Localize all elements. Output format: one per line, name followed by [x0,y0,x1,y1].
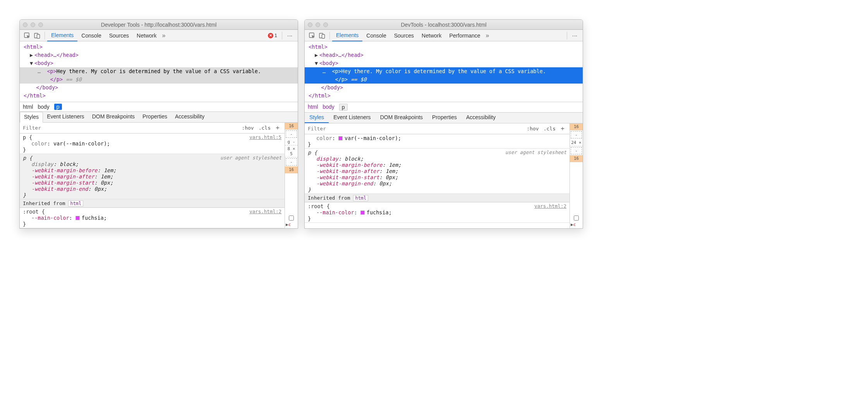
tab-network[interactable]: Network [418,30,445,41]
inspect-icon[interactable] [22,31,32,41]
dollar-zero: == $0 [348,76,367,82]
svg-rect-2 [37,34,40,38]
subtab-properties[interactable]: Properties [427,113,461,123]
rule-close: } [23,221,281,227]
crumb-body[interactable]: body [38,104,49,110]
subtab-dom-breakpoints[interactable]: DOM Breakpoints [376,113,427,123]
tab-sources[interactable]: Sources [105,30,133,41]
inherit-tag[interactable]: html [68,200,83,207]
rule-source[interactable]: vars.html:2 [249,209,281,215]
prop-name[interactable]: --main-color [31,215,69,221]
subtab-styles[interactable]: Styles [20,112,43,123]
crumb-html[interactable]: html [308,104,318,111]
filter-input[interactable] [23,125,239,131]
tab-performance[interactable]: Performance [445,30,484,41]
prop-name: -webkit-margin-before [316,162,383,168]
selected-node-row[interactable]: … <p>Hey there. My color is determined b… [20,67,298,84]
prop-name[interactable]: color [316,135,332,141]
dom-tree[interactable]: <html> ▶<head>…</head> ▼<body> … <p>Hey … [305,41,583,102]
expander-icon[interactable]: ▶ [315,51,319,59]
dom-html-close[interactable]: </html> [24,92,46,99]
subtab-accessibility[interactable]: Accessibility [171,112,208,122]
styles-pane: :hov .cls ＋ color: var(--main-color); } … [305,123,583,228]
style-rule[interactable]: color: var(--main-color); } [305,134,570,149]
new-rule-icon[interactable]: ＋ [558,125,567,133]
close-light[interactable] [308,22,312,27]
tabs-overflow[interactable]: » [484,32,491,39]
dom-head[interactable]: <head>…</head> [34,52,79,58]
crumb-p[interactable]: p [54,104,62,110]
filter-input[interactable] [308,126,524,132]
crumb-html[interactable]: html [23,104,33,110]
selected-node-row[interactable]: … <p>Hey there. My color is determined b… [305,67,583,84]
tab-sources[interactable]: Sources [390,30,418,41]
prop-value[interactable]: var(--main-color); [53,140,110,147]
subtab-styles[interactable]: Styles [305,113,329,123]
color-swatch-icon[interactable] [338,136,343,140]
subtab-event-listeners[interactable]: Event Listeners [43,112,88,122]
sidebar-checkbox[interactable] [289,216,294,221]
prop-value: 0px; [379,180,392,186]
min-light[interactable] [316,22,320,27]
device-toggle-icon[interactable] [317,31,327,41]
tab-console[interactable]: Console [77,30,105,41]
tab-network[interactable]: Network [133,30,160,41]
crumb-p[interactable]: p [339,104,348,111]
prop-name[interactable]: color [31,140,47,147]
dom-html-close[interactable]: </html> [309,92,331,99]
error-count[interactable]: ✕ 1 [268,33,277,38]
rule-source[interactable]: vars.html:2 [534,203,566,209]
subtab-accessibility[interactable]: Accessibility [461,113,500,123]
dom-html-open[interactable]: <html> [24,44,43,50]
rule-source[interactable]: vars.html:5 [249,134,281,140]
expander-icon[interactable]: ▼ [315,59,319,67]
dom-body-close[interactable]: </body> [36,84,58,91]
cls-toggle[interactable]: .cls [256,125,273,131]
inherit-tag[interactable]: html [353,195,368,201]
style-rule[interactable]: p {vars.html:5 color: var(--main-color);… [20,133,285,154]
kebab-menu-icon[interactable]: ⋮ [285,33,295,38]
prop-name[interactable]: --main-color [316,209,354,216]
subtab-dom-breakpoints[interactable]: DOM Breakpoints [88,112,139,122]
tab-console[interactable]: Console [362,30,390,41]
dom-tree[interactable]: <html> ▶<head>…</head> ▼<body> … <p>Hey … [20,41,298,102]
prop-value[interactable]: fuchsia; [82,215,107,221]
style-rule[interactable]: :root {vars.html:2 --main-color: fuchsia… [20,208,285,228]
expander-icon[interactable]: ▶ [30,51,34,59]
max-light[interactable] [38,22,43,27]
hov-toggle[interactable]: :hov [239,125,256,131]
expander-icon[interactable]: ▶ [286,222,288,227]
expander-icon[interactable]: ▶ [571,222,573,227]
color-swatch-icon[interactable] [360,210,365,215]
hov-toggle[interactable]: :hov [524,126,541,132]
subtab-event-listeners[interactable]: Event Listeners [329,113,376,123]
close-light[interactable] [23,22,27,27]
dom-body-close[interactable]: </body> [321,84,343,91]
prop-value: 0px; [386,174,398,180]
kebab-menu-icon[interactable]: ⋮ [570,33,580,38]
prop-value[interactable]: var(--main-color); [345,135,401,141]
cls-toggle[interactable]: .cls [541,126,558,132]
sidebar-checkbox[interactable] [574,216,579,221]
style-rule-ua[interactable]: p {user agent stylesheet display: block;… [20,154,285,199]
dom-body-open[interactable]: <body> [319,60,338,66]
dom-head[interactable]: <head>…</head> [319,52,364,58]
style-rule-ua[interactable]: p {user agent stylesheet display: block;… [305,149,570,194]
min-light[interactable] [31,22,35,27]
expander-icon[interactable]: ▼ [30,59,34,67]
tab-elements[interactable]: Elements [332,30,362,41]
inspect-icon[interactable] [307,31,317,41]
color-swatch-icon[interactable] [75,216,80,220]
max-light[interactable] [323,22,328,27]
tab-elements[interactable]: Elements [47,30,77,41]
new-rule-icon[interactable]: ＋ [273,124,282,132]
style-rule[interactable]: :root {vars.html:2 --main-color: fuchsia… [305,202,570,223]
subtab-properties[interactable]: Properties [139,112,171,122]
prop-value[interactable]: fuchsia; [367,209,392,216]
dom-html-open[interactable]: <html> [309,44,328,50]
device-toggle-icon[interactable] [32,31,42,41]
tabs-overflow[interactable]: » [160,32,167,39]
styles-filter-bar: :hov .cls ＋ [305,123,570,134]
crumb-body[interactable]: body [322,104,334,111]
dom-body-open[interactable]: <body> [34,60,53,66]
